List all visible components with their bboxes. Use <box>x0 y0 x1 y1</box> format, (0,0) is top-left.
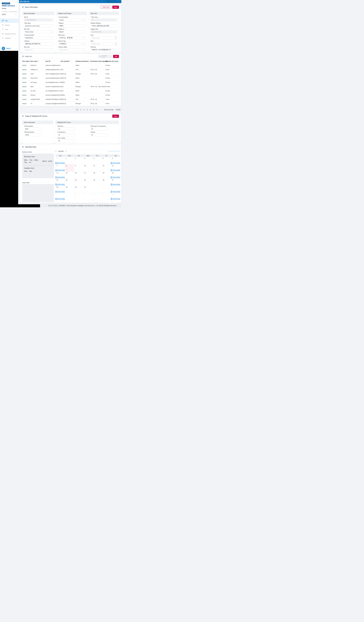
calendar-cell-14[interactable]: 14Routine holiday <box>56 172 65 179</box>
column-header-user-name[interactable]: User name <box>31 60 45 62</box>
column-header-system-permissions[interactable]: System permissions <box>75 60 90 62</box>
calendar-cell-16[interactable]: 16 <box>74 172 83 179</box>
calendar-cell-9[interactable]: 9 <box>102 193 111 200</box>
save-kpi-button[interactable]: Save <box>112 115 119 118</box>
user-profile[interactable]: ll lucy li <box>0 47 18 50</box>
calendar-cell-3[interactable]: 3Routine holiday <box>111 186 120 193</box>
page-button-9[interactable]: 9 <box>96 108 99 111</box>
next-page-button[interactable]: › <box>99 109 102 110</box>
site-code-input[interactable]: Please enter <box>24 48 53 51</box>
calendar-cell-8[interactable]: 8 <box>65 164 74 172</box>
calendar-cell-21[interactable]: 21Routine holiday <box>56 179 65 186</box>
calendar-cell-10[interactable]: 10Routine holiday <box>111 193 120 200</box>
table-row[interactable]: NormalMarkmarkhsu.hsu@advantech.com.tw店長… <box>20 84 121 89</box>
region-i-input[interactable]: 桃園市 <box>58 24 85 27</box>
table-row[interactable]: NormalIvy Huangivy.huang@advantech.com.t… <box>20 80 121 84</box>
calendar-cell-28[interactable]: 28Routine holiday <box>56 186 65 193</box>
calendar-cell-27[interactable]: 27Routine holiday <box>111 179 120 186</box>
calendar-cell-7[interactable]: 7Routine holiday <box>56 164 65 172</box>
calendar-cell-2[interactable]: 2 <box>102 186 111 193</box>
calendar-cell-31[interactable]: 31Routine holiday <box>56 157 65 164</box>
table-row[interactable]: Normalxuliang5114923xuliang5114923@qq.co… <box>20 97 121 101</box>
prev-page-button[interactable]: ‹ <box>73 109 75 110</box>
calendar-cell-22[interactable]: 22 <box>65 179 74 186</box>
calendar-cell-12[interactable]: 12 <box>102 164 111 172</box>
sidebar-item-user[interactable]: User <box>0 27 18 32</box>
country-region-select[interactable]: Taiwan <box>58 19 85 21</box>
calendar-cell-6[interactable]: 6Routine holiday <box>111 157 120 164</box>
calendar-cell-24[interactable]: 24 <box>83 179 93 186</box>
sidebar-item-site[interactable]: Site <box>0 19 18 23</box>
back-to-present-link[interactable]: Back to present <box>108 150 120 152</box>
site-type-select[interactable]: Please Select <box>24 30 53 33</box>
calendar-cell-6[interactable]: 6 <box>74 193 83 200</box>
remarks-input[interactable]: 研華科技 - 林口智慧園區展示店 <box>91 48 117 51</box>
custom-labels-select[interactable]: Please Select <box>58 48 85 51</box>
table-row[interactable]: NormalCloud Chencloud.chen@advantech.com… <box>20 76 121 80</box>
calendar-cell-8[interactable]: 8 <box>92 193 102 200</box>
table-row[interactable]: NormalClarkclark.chang@advantech.com.tw督… <box>20 72 121 76</box>
page-button-2[interactable]: 2 <box>79 108 82 111</box>
search-input[interactable]: Keyword Search <box>98 55 112 58</box>
column-header-authority-site-count[interactable]: Authority site count <box>105 60 119 62</box>
calendar-cell-10[interactable]: 10 <box>83 164 93 172</box>
rent-input[interactable]: Please enter <box>91 42 117 45</box>
address-input[interactable]: 桃園市龜山區文德路27號 <box>24 42 53 45</box>
delete-site-button[interactable]: Delete Site <box>101 6 111 9</box>
edit-button[interactable]: Edit <box>113 55 119 58</box>
prev-month-icon[interactable] <box>55 151 57 152</box>
table-row[interactable]: NormalCalleigh Laicalleigh.lai@advantech… <box>20 67 121 72</box>
revenue-per-transaction-input[interactable]: 20 <box>90 127 108 130</box>
calendar-cell-17[interactable]: 17 <box>83 172 93 179</box>
sidebar-item-business-hours[interactable]: Business Hours <box>0 32 18 36</box>
column-header-user-status[interactable]: User status <box>22 60 31 62</box>
table-row[interactable]: Normalnie.chaonie.chao@advantech.com.cn店… <box>20 89 121 93</box>
page-button-4[interactable]: 4 <box>86 108 89 111</box>
page-button-6[interactable]: 6 <box>92 108 95 111</box>
column-header-user-id[interactable]: User ID <box>45 60 61 62</box>
sidebar-item-device[interactable]: Device <box>0 23 18 27</box>
turn-in-rate-input[interactable]: 20 <box>57 139 75 142</box>
calendar-cell-4[interactable]: 4 <box>92 157 102 164</box>
calendar-cell-19[interactable]: 19 <box>102 172 111 179</box>
calendar-cell-13[interactable]: 13Routine holiday <box>111 164 120 172</box>
column-header-user-position[interactable]: User position <box>61 60 75 62</box>
calendar-cell-31[interactable]: 31 <box>83 186 93 193</box>
calendar-cell-29[interactable]: 29 <box>65 186 74 193</box>
visitors-input[interactable]: 20 <box>90 133 108 136</box>
number-stepper[interactable] <box>115 43 116 45</box>
calendar-cell-9[interactable]: 9 <box>74 164 83 172</box>
sidebar-item-settings[interactable]: Settings <box>0 36 18 40</box>
calendar-cell-1[interactable]: 1 <box>65 157 74 164</box>
revenue-input[interactable]: 20 <box>57 127 75 130</box>
calendar-cell-1[interactable]: 1 <box>92 186 102 193</box>
page-button-5[interactable]: 5 <box>89 108 92 111</box>
calendar-cell-11[interactable]: 11 <box>92 164 102 172</box>
calendar-cell-2[interactable]: 2 <box>74 157 83 164</box>
revenue-week-input[interactable]: 35000 <box>24 133 42 136</box>
revenue-day-input[interactable]: 5000 <box>24 127 42 130</box>
sidebar-collapse-button[interactable]: « <box>16 0 19 3</box>
org-selector[interactable]: AiCS <box>2 13 16 17</box>
save-button[interactable]: Save <box>112 6 119 9</box>
calendar-cell-23[interactable]: 23 <box>74 179 83 186</box>
next-month-icon[interactable] <box>65 151 66 152</box>
contact-number-input[interactable]: 0903361633 <box>24 36 53 39</box>
calendar-cell-4[interactable]: 4Routine holiday <box>56 193 65 200</box>
calendar-cell-25[interactable]: 25 <box>92 179 102 186</box>
calendar-cell-15[interactable]: 15 <box>65 172 74 179</box>
calendar-cell-26[interactable]: 26 <box>102 179 111 186</box>
table-row[interactable]: NormalAndersonanderson.lin@advantech.com… <box>20 63 121 67</box>
calendar-cell-3[interactable]: 3 <box>83 157 93 164</box>
calendar-cell-5[interactable]: 5 <box>102 157 111 164</box>
calendar-cell-30[interactable]: 30 <box>74 186 83 193</box>
page-button-1[interactable]: 1 <box>76 108 79 111</box>
transactions-input[interactable]: 20 <box>57 133 75 136</box>
calendar-cell-5[interactable]: 5 <box>65 193 74 200</box>
page-button-3[interactable]: 3 <box>82 108 85 111</box>
weather-address-input[interactable]: Taiwan, 桃園市龜山區文德路 <box>91 24 117 27</box>
import-data-panel[interactable] <box>22 184 54 202</box>
calendar-cell-20[interactable]: 20Routine holiday <box>111 172 120 179</box>
table-row[interactable]: NormalRainneyrainney.chen@advantech.com.… <box>20 93 121 97</box>
site-group-select[interactable]: TestGroup、教育訓練 <box>58 36 85 39</box>
